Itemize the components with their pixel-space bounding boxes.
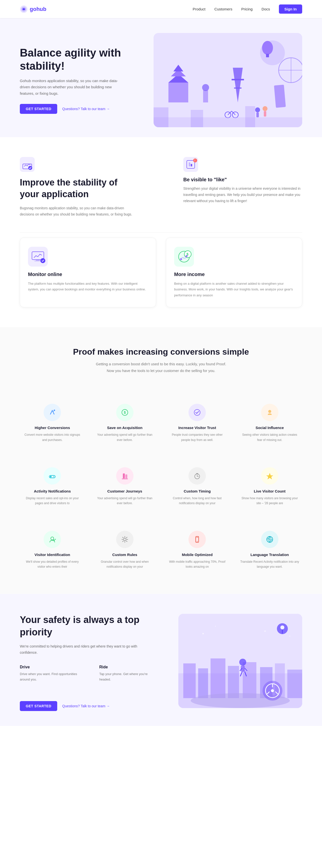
card-monitor-description: The platform has multiple functionalitie… <box>28 281 148 292</box>
logo-icon <box>20 5 28 13</box>
nav-links: Product Customers Pricing Docs Sign In <box>193 4 302 13</box>
live-visitor-count-title: Live Visitor Count <box>240 489 300 493</box>
feature-visitor-trust: Increase Visitor Trust People trust comp… <box>165 399 230 447</box>
language-translation-icon <box>261 531 278 548</box>
safety-cta-button[interactable]: GET STARTED <box>20 701 57 711</box>
feature-language-translation: Language Translation Translate Recent Ac… <box>237 526 302 575</box>
nav-customers[interactable]: Customers <box>214 7 232 11</box>
customer-journeys-title: Customer Journeys <box>95 489 155 493</box>
ride-title: Ride <box>99 665 153 669</box>
custom-rules-title: Custom Rules <box>95 553 155 557</box>
svg-rect-28 <box>153 107 169 127</box>
higher-conversions-title: Higher Conversions <box>22 426 82 430</box>
feature-live-visitor-count: Live Visitor Count Show how many visitor… <box>237 462 302 511</box>
svg-rect-8 <box>234 88 242 89</box>
svg-rect-9 <box>169 83 188 102</box>
hero-actions: GET STARTED Questions? Talk to our team … <box>20 104 149 114</box>
hero-illustration <box>153 33 302 127</box>
customer-journeys-icon <box>116 467 134 485</box>
hero-cta-button[interactable]: GET STARTED <box>20 104 57 114</box>
svg-point-33 <box>28 166 32 170</box>
visitor-trust-title: Increase Visitor Trust <box>167 426 227 430</box>
svg-point-19 <box>255 107 260 112</box>
drive-title: Drive <box>20 665 87 669</box>
card-income-description: Being on a digital platform is another s… <box>174 281 294 298</box>
improve-description: Bugsnag monitors application stability, … <box>20 205 139 217</box>
visitor-trust-desc: People trust companies they see other pe… <box>167 432 227 442</box>
visitor-identification-icon <box>44 531 61 548</box>
safety-illustration <box>178 614 302 708</box>
svg-point-54 <box>50 476 51 477</box>
improve-right-description: Strengthen your digital visibility in a … <box>183 186 302 204</box>
svg-rect-13 <box>203 90 208 102</box>
svg-point-67 <box>197 541 198 541</box>
ride-column: Ride Tap your phone. Get where you're he… <box>99 665 153 691</box>
hero-description: Gohub monitors application stability, so… <box>20 78 124 97</box>
svg-rect-29 <box>191 110 203 127</box>
mobile-optimized-icon <box>188 531 206 548</box>
drive-column: Drive Drive when you want. Find opportun… <box>20 665 87 691</box>
svg-rect-20 <box>256 112 259 117</box>
safety-link[interactable]: Questions? Talk to our team → <box>62 704 110 708</box>
safety-left: Your safety is always a top priority We'… <box>20 614 153 711</box>
hero-link[interactable]: Questions? Talk to our team → <box>62 107 110 111</box>
signin-button[interactable]: Sign In <box>279 4 302 13</box>
svg-rect-30 <box>245 106 255 127</box>
higher-conversions-icon <box>44 404 61 421</box>
live-visitor-count-icon <box>261 467 278 485</box>
proof-description: Getting a conversion boost didn't used t… <box>92 361 230 374</box>
ride-description: Tap your phone. Get where you're headed. <box>99 671 153 682</box>
improve-section: Improve the stability of your applicatio… <box>0 137 322 232</box>
save-acquisition-title: Save on Acquisition <box>95 426 155 430</box>
feature-cards-container: Monitor online The platform has multiple… <box>0 232 322 327</box>
save-acquisition-icon: $ <box>116 404 134 421</box>
svg-text:$: $ <box>124 410 126 414</box>
improve-right: ! Be visible to "like" Strengthen your d… <box>183 157 302 204</box>
nav-docs[interactable]: Docs <box>261 7 270 11</box>
svg-text:!: ! <box>194 159 195 162</box>
visitor-identification-desc: We'll show you detailed profiles of ever… <box>22 559 82 569</box>
svg-point-65 <box>123 538 126 540</box>
feature-custom-rules: Custom Rules Granular control over how a… <box>93 526 157 575</box>
svg-point-42 <box>40 258 45 263</box>
custom-timing-title: Custom Timing <box>167 489 227 493</box>
svg-point-4 <box>262 41 273 55</box>
svg-point-99 <box>289 636 290 637</box>
activity-notifications-desc: Display recent sales and opt-ins on your… <box>22 496 82 506</box>
improve-right-heading: Be visible to "like" <box>183 177 302 183</box>
svg-marker-63 <box>266 473 273 479</box>
svg-rect-82 <box>241 665 245 672</box>
visitor-trust-icon <box>188 404 206 421</box>
svg-rect-80 <box>287 670 302 698</box>
mobile-optimized-title: Mobile Optimized <box>167 553 227 557</box>
proof-section: Proof makes increasing conversions simpl… <box>0 327 322 399</box>
safety-actions: GET STARTED Questions? Talk to our team … <box>20 701 153 711</box>
activity-notifications-title: Activity Notifications <box>22 489 82 493</box>
svg-rect-73 <box>183 663 196 698</box>
logo-text: gohub <box>30 6 46 12</box>
social-influence-icon <box>261 404 278 421</box>
svg-rect-77 <box>243 662 256 698</box>
safety-section: Your safety is always a top priority We'… <box>0 594 322 726</box>
nav-pricing[interactable]: Pricing <box>241 7 253 11</box>
improve-heading: Improve the stability of your applicatio… <box>20 177 139 200</box>
live-visitor-count-desc: Show how many visitors are browsing your… <box>240 496 300 506</box>
feature-save-acquisition: $ Save on Acquisition Your advertising s… <box>93 399 157 447</box>
features-grid-row1: Higher Conversions Convert more website … <box>0 399 322 462</box>
svg-rect-57 <box>125 474 127 478</box>
language-translation-desc: Translate Recent Activity notification i… <box>240 559 300 569</box>
visitor-identification-title: Visitor Identification <box>22 553 82 557</box>
svg-point-98 <box>264 630 266 632</box>
feature-visitor-identification: Visitor Identification We'll show you de… <box>20 526 85 575</box>
nav-product[interactable]: Product <box>193 7 206 11</box>
mobile-optimized-desc: With mobile traffic approaching 70%, Pro… <box>167 559 227 569</box>
svg-point-97 <box>215 626 216 627</box>
svg-rect-22 <box>264 111 266 117</box>
svg-point-52 <box>268 410 271 413</box>
feature-customer-journeys: Customer Journeys Your advertising spend… <box>93 462 157 511</box>
svg-rect-56 <box>123 473 125 478</box>
svg-rect-41 <box>34 261 41 261</box>
svg-rect-74 <box>198 669 208 698</box>
logo[interactable]: gohub <box>20 5 46 13</box>
language-translation-title: Language Translation <box>240 553 300 557</box>
